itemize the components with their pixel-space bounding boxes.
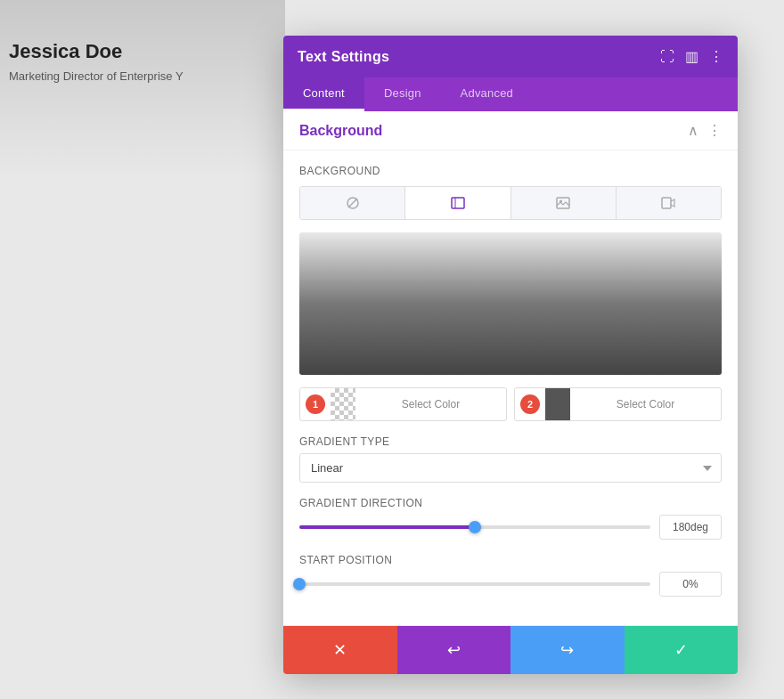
start-position-value[interactable]: 0% (659, 572, 722, 597)
image-icon (556, 196, 570, 210)
stop-color-label-1[interactable]: Select Color (355, 398, 506, 410)
start-position-track[interactable] (299, 582, 650, 586)
none-icon (346, 196, 360, 210)
modal-footer: ✕ ↩ ↪ ✓ (283, 626, 738, 674)
section-title: Background (299, 123, 382, 139)
gradient-direction-fill (299, 525, 475, 529)
cancel-button[interactable]: ✕ (283, 626, 397, 674)
tab-design[interactable]: Design (364, 77, 441, 111)
video-icon (661, 196, 675, 210)
text-settings-modal: Text Settings ⛶ ▥ ⋮ Content Design Advan… (283, 36, 738, 674)
collapse-icon[interactable]: ∧ (688, 122, 698, 139)
start-position-label: Start Position (299, 554, 722, 566)
redo-button[interactable]: ↪ (510, 626, 625, 674)
gradient-direction-value[interactable]: 180deg (659, 515, 722, 540)
gradient-direction-row: Gradient Direction 180deg (299, 497, 722, 540)
gradient-direction-slider-row: 180deg (299, 515, 722, 540)
tab-content[interactable]: Content (283, 77, 364, 111)
section-header: Background ∧ ⋮ (283, 111, 738, 150)
bg-type-video[interactable] (617, 187, 721, 219)
bg-type-image[interactable] (511, 187, 617, 219)
gradient-direction-thumb[interactable] (469, 521, 481, 533)
svg-rect-2 (452, 198, 464, 208)
stop-color-swatch-1 (331, 388, 355, 420)
modal-title: Text Settings (298, 49, 389, 65)
color-stop-1[interactable]: 1 Select Color (299, 387, 507, 421)
confirm-button[interactable]: ✓ (625, 626, 739, 674)
svg-line-1 (348, 199, 357, 207)
stop-number-2: 2 (520, 394, 540, 414)
start-position-thumb[interactable] (293, 578, 306, 590)
modal-tabs: Content Design Advanced (283, 77, 738, 111)
modal-content: Background ∧ ⋮ Background (283, 111, 738, 626)
columns-icon[interactable]: ▥ (685, 48, 698, 65)
stop-number-1: 1 (306, 394, 325, 414)
background-label: Background (299, 165, 722, 177)
undo-button[interactable]: ↩ (397, 626, 511, 674)
background-section: Background (283, 150, 738, 626)
gradient-direction-track[interactable] (299, 525, 650, 529)
background-type-tabs (299, 186, 722, 220)
profile-name: Jessica Doe (9, 40, 122, 63)
color-stop-2[interactable]: 2 Select Color (514, 387, 722, 421)
section-header-icons: ∧ ⋮ (688, 122, 722, 139)
stop-color-label-2[interactable]: Select Color (570, 398, 721, 410)
modal-header: Text Settings ⛶ ▥ ⋮ (283, 36, 738, 77)
color-stops: 1 Select Color 2 Select Color (299, 387, 722, 421)
gradient-icon (451, 196, 465, 210)
gradient-preview (299, 232, 722, 375)
gradient-type-label: Gradient Type (299, 435, 722, 448)
fullscreen-icon[interactable]: ⛶ (660, 49, 674, 65)
profile-title: Marketing Director of Enterprise Y (9, 69, 184, 83)
more-icon[interactable]: ⋮ (709, 48, 723, 65)
bg-type-none[interactable] (300, 187, 405, 219)
profile-background (0, 0, 285, 178)
gradient-type-row: Gradient Type Linear Radial (299, 435, 722, 483)
section-more-icon[interactable]: ⋮ (707, 122, 722, 139)
start-position-row: Start Position 0% (299, 554, 722, 597)
start-position-slider-row: 0% (299, 572, 722, 597)
svg-rect-6 (662, 198, 671, 208)
gradient-direction-label: Gradient Direction (299, 497, 722, 509)
header-icons: ⛶ ▥ ⋮ (660, 48, 723, 65)
gradient-type-select[interactable]: Linear Radial (299, 453, 722, 483)
tab-advanced[interactable]: Advanced (441, 77, 533, 111)
svg-rect-4 (557, 198, 569, 208)
bg-type-gradient[interactable] (405, 187, 510, 219)
stop-color-swatch-2 (545, 388, 570, 420)
